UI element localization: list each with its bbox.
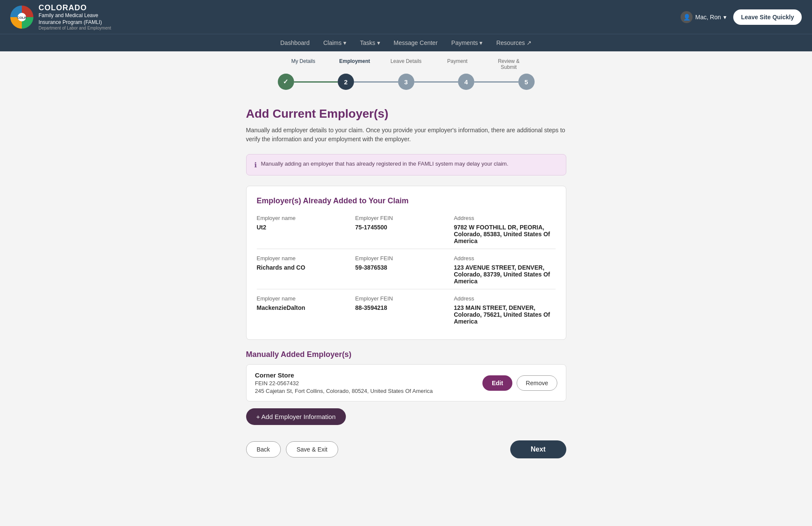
manually-added-title: Manually Added Employer(s) bbox=[246, 350, 566, 359]
employer-name-1: Ut2 bbox=[257, 223, 355, 249]
table-row: Employer name Employer FEIN Address bbox=[257, 289, 556, 304]
info-icon: ℹ bbox=[254, 161, 257, 169]
employer-fein-label-2: Employer FEIN bbox=[355, 249, 454, 264]
header-left: COLR COLORADO Family and Medical LeaveIn… bbox=[10, 3, 111, 30]
brand-sub: Family and Medical LeaveInsurance Progra… bbox=[39, 12, 111, 26]
add-employer-button[interactable]: + Add Employer Information bbox=[246, 408, 346, 425]
step-line-1 bbox=[294, 81, 338, 83]
back-button[interactable]: Back bbox=[246, 441, 281, 458]
manual-employer-address: 245 Cajetan St, Fort Collins, Colorado, … bbox=[255, 388, 433, 394]
progress-labels: My Details Employment Leave Details Paym… bbox=[278, 58, 535, 70]
table-row: MackenzieDalton 88-3594218 123 MAIN STRE… bbox=[257, 303, 556, 329]
employer-fein-1: 75-1745500 bbox=[355, 223, 454, 249]
next-button[interactable]: Next bbox=[510, 440, 566, 458]
employer-fein-2: 59-3876538 bbox=[355, 263, 454, 289]
dept-label: Department of Labor and Employment bbox=[39, 26, 111, 30]
step-4: 4 bbox=[458, 74, 474, 90]
employer-fein-3: 88-3594218 bbox=[355, 303, 454, 329]
employers-table: Employer name Employer FEIN Address Ut2 … bbox=[257, 212, 556, 329]
step-label-5: Review &Submit bbox=[483, 58, 535, 70]
page-title: Add Current Employer(s) bbox=[246, 107, 566, 121]
nav-payments[interactable]: Payments ▾ bbox=[451, 39, 482, 46]
step-5: 5 bbox=[518, 74, 535, 90]
main-content: Add Current Employer(s) Manually add emp… bbox=[239, 93, 573, 484]
table-row: Employer name Employer FEIN Address bbox=[257, 212, 556, 223]
save-exit-button[interactable]: Save & Exit bbox=[286, 441, 338, 458]
header-right: 👤 Mac, Ron ▾ Leave Site Quickly bbox=[681, 9, 802, 25]
progress-steps: ✓ 2 3 4 5 bbox=[278, 74, 535, 90]
step-line-4 bbox=[474, 81, 518, 83]
employer-addr-label-3: Address bbox=[454, 289, 555, 304]
info-banner-text: Manually adding an employer that has alr… bbox=[261, 160, 509, 167]
user-menu[interactable]: 👤 Mac, Ron ▾ bbox=[681, 11, 726, 23]
employer-addr-1: 9782 W FOOTHILL DR, PEORIA, Colorado, 85… bbox=[454, 223, 555, 249]
table-row: Employer name Employer FEIN Address bbox=[257, 249, 556, 264]
step-2: 2 bbox=[338, 74, 354, 90]
manually-added-section: Manually Added Employer(s) Corner Store … bbox=[246, 350, 566, 401]
svg-text:COLR: COLR bbox=[17, 16, 27, 20]
manual-employer-name: Corner Store bbox=[255, 371, 433, 379]
logo-text: COLORADO Family and Medical LeaveInsuran… bbox=[39, 3, 111, 30]
nav-resources[interactable]: Resources ↗ bbox=[496, 39, 532, 46]
employer-addr-3: 123 MAIN STREET, DENVER, Colorado, 75621… bbox=[454, 303, 555, 329]
logo-icon: COLR bbox=[10, 6, 33, 29]
edit-employer-button[interactable]: Edit bbox=[482, 375, 512, 391]
user-icon: 👤 bbox=[681, 11, 693, 23]
nav-dashboard[interactable]: Dashboard bbox=[280, 39, 310, 46]
page-description: Manually add employer details to your cl… bbox=[246, 126, 566, 144]
manual-employer-info: Corner Store FEIN 22-0567432 245 Cajetan… bbox=[255, 371, 433, 394]
step-line-2 bbox=[354, 81, 398, 83]
employer-name-2: Richards and CO bbox=[257, 263, 355, 289]
user-dropdown-icon: ▾ bbox=[723, 14, 726, 21]
leave-site-button[interactable]: Leave Site Quickly bbox=[733, 9, 802, 25]
footer-actions: Back Save & Exit Next bbox=[246, 440, 566, 458]
step-label-1: My Details bbox=[278, 58, 329, 70]
manual-employer-actions: Edit Remove bbox=[482, 375, 557, 391]
user-name: Mac, Ron bbox=[695, 14, 721, 21]
employers-added-title: Employer(s) Already Added to Your Claim bbox=[257, 196, 556, 205]
employer-fein-label-1: Employer FEIN bbox=[355, 212, 454, 223]
step-1: ✓ bbox=[278, 74, 294, 90]
progress-container: My Details Employment Leave Details Paym… bbox=[0, 51, 812, 93]
employers-added-section: Employer(s) Already Added to Your Claim … bbox=[246, 186, 566, 340]
employer-name-label-2: Employer name bbox=[257, 249, 355, 264]
employer-name-label-1: Employer name bbox=[257, 212, 355, 223]
step-label-3: Leave Details bbox=[381, 58, 432, 70]
main-nav: Dashboard Claims ▾ Tasks ▾ Message Cente… bbox=[0, 34, 812, 51]
manual-employer-fein: FEIN 22-0567432 bbox=[255, 380, 433, 386]
table-row: Richards and CO 59-3876538 123 AVENUE ST… bbox=[257, 263, 556, 289]
remove-employer-button[interactable]: Remove bbox=[517, 375, 557, 391]
add-employer-container: + Add Employer Information bbox=[246, 408, 566, 437]
brand-name: COLORADO bbox=[39, 3, 111, 12]
header: COLR COLORADO Family and Medical LeaveIn… bbox=[0, 0, 812, 34]
employer-name-label-3: Employer name bbox=[257, 289, 355, 304]
footer-left-actions: Back Save & Exit bbox=[246, 441, 339, 458]
step-label-4: Payment bbox=[432, 58, 483, 70]
employer-fein-label-3: Employer FEIN bbox=[355, 289, 454, 304]
table-row: Ut2 75-1745500 9782 W FOOTHILL DR, PEORI… bbox=[257, 223, 556, 249]
step-3: 3 bbox=[398, 74, 414, 90]
step-line-3 bbox=[414, 81, 458, 83]
employer-addr-label-1: Address bbox=[454, 212, 555, 223]
nav-claims[interactable]: Claims ▾ bbox=[323, 39, 346, 46]
employer-name-3: MackenzieDalton bbox=[257, 303, 355, 329]
manual-employer-card: Corner Store FEIN 22-0567432 245 Cajetan… bbox=[246, 364, 566, 401]
nav-message-center[interactable]: Message Center bbox=[394, 39, 438, 46]
employer-addr-2: 123 AVENUE STREET, DENVER, Colorado, 837… bbox=[454, 263, 555, 289]
info-banner: ℹ Manually adding an employer that has a… bbox=[246, 154, 566, 175]
nav-tasks[interactable]: Tasks ▾ bbox=[360, 39, 380, 46]
employer-addr-label-2: Address bbox=[454, 249, 555, 264]
step-label-2: Employment bbox=[329, 58, 381, 70]
